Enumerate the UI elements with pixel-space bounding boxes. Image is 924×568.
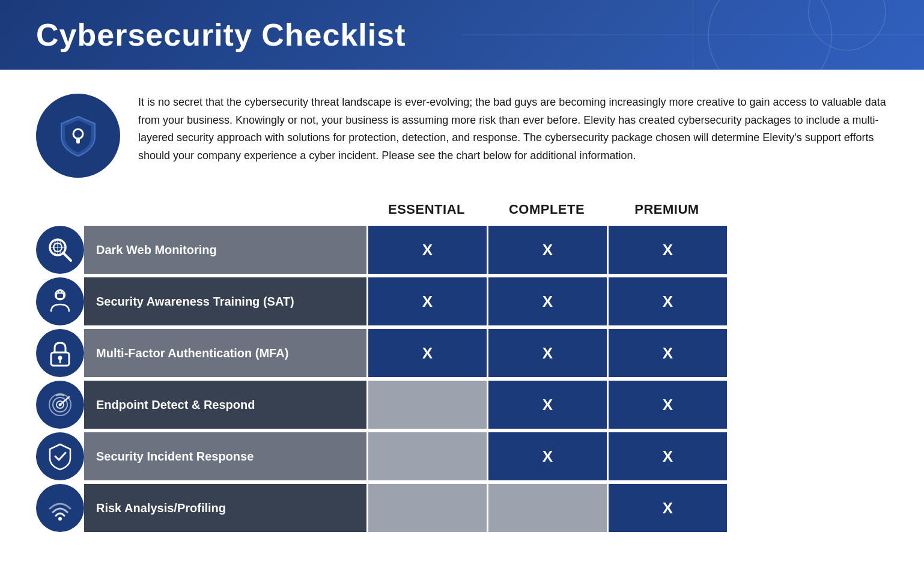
person-shield-icon	[36, 277, 84, 325]
row-label: Security Incident Response	[36, 432, 366, 480]
dark-web-icon	[36, 226, 84, 274]
page-header: Cybersecurity Checklist	[0, 0, 924, 70]
row-label: Risk Analysis/Profiling	[36, 484, 366, 532]
shield-check-icon	[36, 432, 84, 480]
cell-complete: X	[487, 226, 607, 274]
shield-icon	[36, 94, 120, 178]
cell-premium: X	[607, 432, 727, 480]
row-mfa: Multi-Factor Authentication (MFA) X X X	[36, 329, 888, 377]
row-name-sat: Security Awareness Training (SAT)	[84, 277, 366, 325]
row-label: Dark Web Monitoring	[36, 226, 366, 274]
row-cells: X X	[366, 381, 727, 429]
row-name-risk-analysis: Risk Analysis/Profiling	[84, 484, 366, 532]
svg-rect-9	[56, 293, 64, 298]
row-name-mfa: Multi-Factor Authentication (MFA)	[84, 329, 366, 377]
wifi-icon	[36, 484, 84, 532]
row-security-awareness: Security Awareness Training (SAT) X X X	[36, 277, 888, 325]
intro-section: It is no secret that the cybersecurity t…	[0, 70, 924, 196]
row-cells: X	[366, 484, 727, 532]
cell-premium: X	[607, 381, 727, 429]
cell-complete: X	[487, 329, 607, 377]
cell-essential: X	[366, 226, 487, 274]
cell-essential	[366, 381, 487, 429]
cell-complete: X	[487, 277, 607, 325]
page-title: Cybersecurity Checklist	[36, 17, 888, 53]
row-endpoint: Endpoint Detect & Respond X X	[36, 381, 888, 429]
col-header-complete: COMPLETE	[487, 196, 607, 226]
row-label: Multi-Factor Authentication (MFA)	[36, 329, 366, 377]
cell-essential	[366, 484, 487, 532]
row-dark-web-monitoring: Dark Web Monitoring X X X	[36, 226, 888, 274]
col-header-essential: ESSENTIAL	[366, 196, 487, 226]
cell-essential: X	[366, 329, 487, 377]
cell-complete: X	[487, 432, 607, 480]
lock-icon	[36, 329, 84, 377]
row-name-dark-web-monitoring: Dark Web Monitoring	[84, 226, 366, 274]
checklist-table: ESSENTIAL COMPLETE PREMIUM Dark Web Moni…	[0, 196, 924, 560]
row-cells: X X	[366, 432, 727, 480]
cell-essential	[366, 432, 487, 480]
row-label: Security Awareness Training (SAT)	[36, 277, 366, 325]
radar-icon	[36, 381, 84, 429]
row-cells: X X X	[366, 226, 727, 274]
cell-complete	[487, 484, 607, 532]
svg-line-4	[63, 253, 71, 261]
cell-essential: X	[366, 277, 487, 325]
row-risk-analysis: Risk Analysis/Profiling X	[36, 484, 888, 532]
cell-complete: X	[487, 381, 607, 429]
intro-text: It is no secret that the cybersecurity t…	[138, 94, 888, 165]
row-incident-response: Security Incident Response X X	[36, 432, 888, 480]
cell-premium: X	[607, 329, 727, 377]
row-label: Endpoint Detect & Respond	[36, 381, 366, 429]
svg-rect-1	[76, 137, 80, 144]
svg-point-17	[58, 517, 62, 521]
cell-premium: X	[607, 277, 727, 325]
row-name-endpoint: Endpoint Detect & Respond	[84, 381, 366, 429]
row-cells: X X X	[366, 329, 727, 377]
col-header-premium: PREMIUM	[607, 196, 727, 226]
row-cells: X X X	[366, 277, 727, 325]
row-name-incident-response: Security Incident Response	[84, 432, 366, 480]
cell-premium: X	[607, 484, 727, 532]
cell-premium: X	[607, 226, 727, 274]
column-headers: ESSENTIAL COMPLETE PREMIUM	[366, 196, 888, 226]
